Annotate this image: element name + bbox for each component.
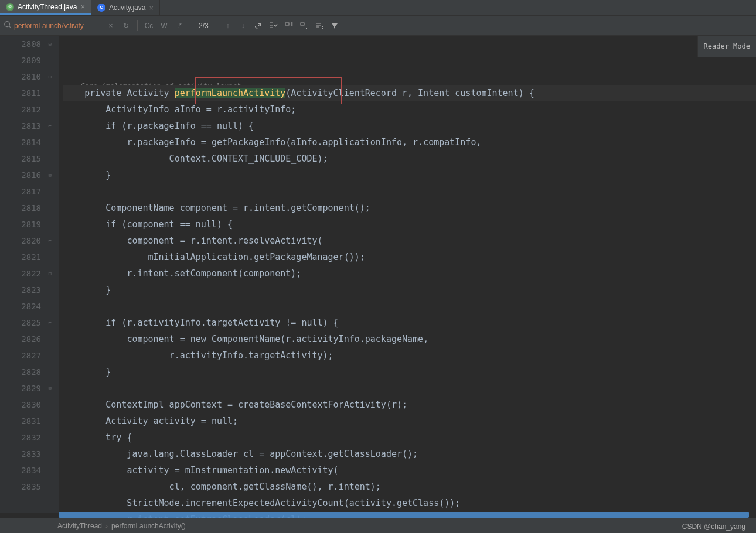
watermark: CSDN @chan_yang [682,522,745,531]
line-number: 2815 [0,151,41,167]
svg-line-5 [9,26,12,28]
code-line[interactable]: if (r.activityInfo.targetActivity != nul… [63,315,756,331]
breadcrumb-class[interactable]: ActivityThread [54,522,105,530]
line-number: 2818 [0,200,41,216]
code-line[interactable]: } [63,282,756,298]
fold-icon[interactable]: ⌐ [46,233,52,249]
line-number: 2830 [0,397,41,413]
svg-text:©: © [8,5,12,9]
next-match-icon[interactable]: ↓ [237,19,250,32]
line-number: 2817 [0,183,41,200]
match-case-button[interactable]: Cc [142,19,155,32]
fold-icon[interactable]: ⌐ [46,315,52,331]
match-count: 2/3 [199,22,209,30]
line-number: 2808⊟ [0,36,41,52]
tab-activity[interactable]: C Activity.java × [91,0,160,15]
breadcrumb-method[interactable]: performLaunchActivity() [108,522,189,530]
svg-text:Ⅱ: Ⅱ [291,22,293,27]
svg-rect-8 [301,23,304,25]
line-gutter: 2808⊟28092810⊟281128122813⌐281428152816⊟… [0,36,59,513]
code-line[interactable]: ContextImpl appContext = createBaseConte… [63,397,756,413]
clear-icon[interactable]: × [104,19,117,32]
fold-icon[interactable]: ⊟ [46,69,52,85]
add-selection-icon[interactable]: Ⅱ [282,19,295,32]
line-number: 2828 [0,364,41,380]
code-line[interactable]: mInitialApplication.getPackageManager())… [63,249,756,265]
export-icon[interactable] [313,19,326,32]
code-line[interactable]: } [63,364,756,380]
code-editor[interactable]: 2808⊟28092810⊟281128122813⌐281428152816⊟… [0,36,756,513]
fold-icon[interactable]: ⊟ [46,167,52,183]
code-area[interactable]: Reader Mode Core implementation of activ… [59,36,756,513]
code-line[interactable]: private Activity performLaunchActivity(A… [63,85,756,101]
code-line[interactable]: if (r.packageInfo == null) { [63,118,756,134]
horizontal-scrollbar[interactable] [59,512,749,518]
search-icon [4,20,12,31]
fold-icon[interactable]: ⊟ [46,265,52,282]
line-number: 2827 [0,347,41,364]
breadcrumbs: ActivityThread › performLaunchActivity()… [0,518,756,533]
code-line[interactable]: Activity activity = null; [63,413,756,429]
tab-activitythread[interactable]: © ActivityThread.java × [0,0,91,15]
line-number: 2819 [0,216,41,233]
line-number: 2829⊟ [0,380,41,397]
tab-label: ActivityThread.java [18,3,77,11]
code-line[interactable]: cl, component.getClassName(), r.intent); [63,479,756,495]
svg-point-4 [5,21,10,26]
line-number: 2811 [0,85,41,101]
code-line[interactable]: component = new ComponentName(r.activity… [63,331,756,347]
code-line[interactable]: r.activityInfo.targetActivity); [63,347,756,364]
svg-rect-6 [285,23,289,25]
prev-match-icon[interactable]: ↑ [222,19,234,32]
line-number: 2810⊟ [0,69,41,85]
line-number: 2835 [0,479,41,495]
regex-button[interactable]: .* [173,19,186,32]
line-number: 2816⊟ [0,167,41,183]
close-icon[interactable]: × [149,4,154,12]
fold-icon[interactable]: ⌐ [46,118,52,134]
code-line[interactable]: StrictMode.incrementExpectedActivityCoun… [63,495,756,511]
code-line[interactable]: r.packageInfo = getPackageInfo(aInfo.app… [63,134,756,151]
line-number: 2814 [0,134,41,151]
java-file-icon: © [6,3,14,11]
code-line[interactable]: java.lang.ClassLoader cl = appContext.ge… [63,446,756,462]
line-number: 2833 [0,446,41,462]
search-input[interactable] [14,22,102,30]
code-line[interactable]: } [63,167,756,183]
code-line[interactable]: Context.CONTEXT_INCLUDE_CODE); [63,151,756,167]
code-line[interactable]: r.intent.setComponent(component); [63,265,756,282]
line-number: 2834 [0,462,41,479]
fold-icon[interactable]: ⊟ [46,36,52,52]
line-number: 2820⌐ [0,233,41,249]
line-number: 2825⌐ [0,315,41,331]
tab-label: Activity.java [109,4,145,12]
code-line[interactable]: if (component == null) { [63,216,756,233]
remove-selection-icon[interactable] [298,19,311,32]
code-line[interactable]: activity = mInstrumentation.newActivity( [63,462,756,479]
line-number: 2823 [0,282,41,298]
select-all-icon[interactable] [267,19,280,32]
code-line[interactable]: ComponentName component = r.intent.getCo… [63,200,756,216]
words-button[interactable]: W [158,19,171,32]
code-line[interactable] [63,298,756,315]
pin-icon[interactable] [252,19,265,32]
history-icon[interactable]: ↻ [120,19,132,32]
filter-icon[interactable] [328,19,341,32]
close-icon[interactable]: × [80,2,85,11]
reader-mode-button[interactable]: Reader Mode [697,36,756,57]
code-line[interactable]: component = r.intent.resolveActivity( [63,233,756,249]
line-number: 2832 [0,429,41,446]
line-number: 2824 [0,298,41,315]
line-number: 2822⊟ [0,265,41,282]
svg-text:C: C [100,5,103,9]
line-number: 2831 [0,413,41,429]
line-number: 2826 [0,331,41,347]
code-line[interactable]: ActivityInfo aInfo = r.activityInfo; [63,101,756,118]
editor-tabs: © ActivityThread.java × C Activity.java … [0,0,756,16]
line-number: 2809 [0,52,41,69]
divider [137,20,138,31]
code-line[interactable] [63,183,756,200]
code-line[interactable] [63,380,756,397]
fold-icon[interactable]: ⊟ [46,380,52,397]
code-line[interactable]: try { [63,429,756,446]
